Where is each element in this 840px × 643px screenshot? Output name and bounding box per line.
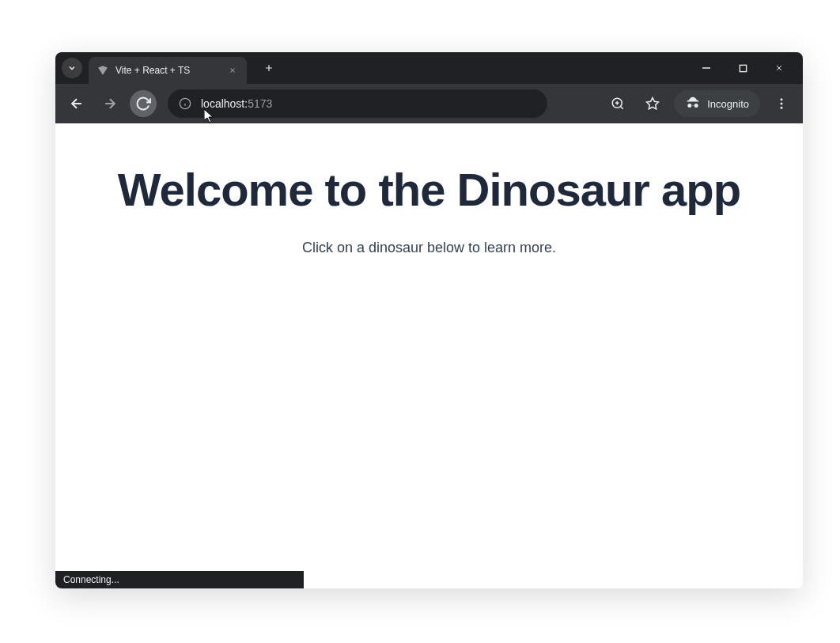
address-bar[interactable]: localhost:5173 xyxy=(168,89,547,118)
incognito-icon xyxy=(685,96,701,112)
browser-window: Vite + React + TS xyxy=(55,52,803,588)
page-content: Welcome to the Dinosaur app Click on a d… xyxy=(55,123,803,296)
vite-favicon xyxy=(96,64,109,77)
window-controls xyxy=(695,57,796,79)
svg-line-14 xyxy=(621,106,623,108)
close-icon xyxy=(229,66,236,74)
info-icon xyxy=(179,97,191,110)
svg-rect-5 xyxy=(740,65,746,71)
toolbar-right: Incognito xyxy=(604,90,795,117)
toolbar: localhost:5173 Incognito xyxy=(55,84,803,123)
close-window-button[interactable] xyxy=(768,57,790,79)
minimize-button[interactable] xyxy=(695,57,717,79)
maximize-icon xyxy=(739,64,747,73)
reload-icon xyxy=(135,96,151,112)
incognito-badge[interactable]: Incognito xyxy=(674,90,760,117)
url-port: 5173 xyxy=(248,97,272,110)
new-tab-button[interactable] xyxy=(258,57,280,79)
tab-search-dropdown[interactable] xyxy=(62,58,82,78)
plus-icon xyxy=(263,62,274,74)
page-heading: Welcome to the Dinosaur app xyxy=(71,163,787,216)
url-text: localhost:5173 xyxy=(201,97,536,110)
svg-point-19 xyxy=(781,103,783,105)
zoom-icon xyxy=(611,96,625,111)
minimize-icon xyxy=(702,63,711,73)
close-icon xyxy=(774,63,784,73)
menu-button[interactable] xyxy=(768,90,795,117)
forward-button[interactable] xyxy=(96,90,123,117)
star-icon xyxy=(645,96,660,111)
svg-point-18 xyxy=(781,98,783,100)
svg-point-20 xyxy=(781,107,783,109)
content-area: Welcome to the Dinosaur app Click on a d… xyxy=(55,123,803,588)
status-bar: Connecting... xyxy=(55,571,304,588)
tab-title: Vite + React + TS xyxy=(115,65,220,76)
arrow-right-icon xyxy=(102,96,118,112)
incognito-label: Incognito xyxy=(707,98,749,110)
maximize-button[interactable] xyxy=(732,57,754,79)
tab-close-button[interactable] xyxy=(226,64,239,77)
tab-bar: Vite + React + TS xyxy=(55,52,803,84)
svg-marker-17 xyxy=(647,98,659,109)
bookmark-button[interactable] xyxy=(639,90,666,117)
url-host: localhost: xyxy=(201,97,248,110)
reload-button[interactable] xyxy=(130,90,157,117)
page-subtitle: Click on a dinosaur below to learn more. xyxy=(71,240,787,256)
arrow-left-icon xyxy=(69,96,85,112)
browser-tab[interactable]: Vite + React + TS xyxy=(89,57,247,84)
site-info-button[interactable] xyxy=(179,97,191,110)
back-button[interactable] xyxy=(63,90,90,117)
chevron-down-icon xyxy=(67,63,77,73)
zoom-button[interactable] xyxy=(604,90,631,117)
kebab-menu-icon xyxy=(774,96,789,111)
status-text: Connecting... xyxy=(63,574,119,585)
